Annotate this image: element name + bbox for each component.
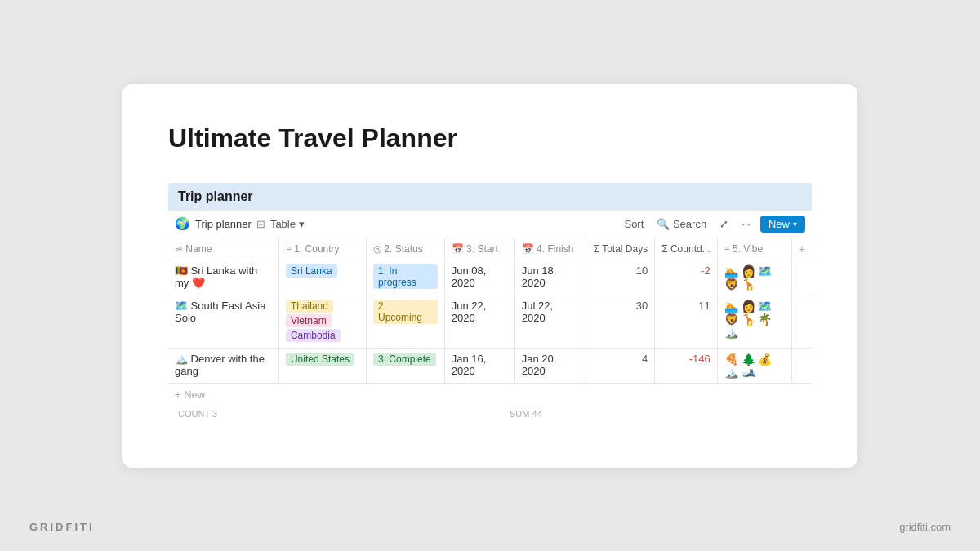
more-btn[interactable]: ···: [738, 216, 754, 232]
finish-col-icon: 📅: [522, 243, 537, 255]
country-tag-us[interactable]: United States: [286, 353, 354, 366]
count-label: COUNT: [178, 409, 210, 419]
sort-btn[interactable]: Sort: [621, 216, 647, 232]
row3-status: 3. Complete: [367, 348, 445, 383]
col-header-countdown: Σ Countd...: [655, 238, 717, 260]
start-col-icon: 📅: [452, 243, 466, 255]
add-row-btn[interactable]: + New: [168, 384, 812, 406]
status-tag[interactable]: 3. Complete: [373, 353, 436, 366]
row1-vibe: 🏊 👩 🗺️ 🦁 🦒: [717, 260, 791, 295]
row2-start: Jun 22, 2020: [444, 295, 514, 348]
new-btn-chevron: ▾: [793, 220, 797, 229]
db-header-title: Trip planner: [178, 189, 253, 203]
view-type-btn[interactable]: Table ▾: [270, 218, 305, 230]
row3-empty: [791, 348, 812, 383]
col-header-status: ◎ 2. Status: [367, 238, 445, 260]
db-toolbar: 🌍 Trip planner ⊞ Table ▾ Sort 🔍 Search ⤢…: [168, 211, 812, 238]
row1-country: Sri Lanka: [278, 260, 366, 295]
database-section: Trip planner 🌍 Trip planner ⊞ Table ▾ So…: [168, 183, 812, 422]
toolbar-right: Sort 🔍 Search ⤢ ··· New ▾: [621, 216, 805, 233]
row2-status: 2. Upcoming: [367, 295, 445, 348]
row3-countdown: -146: [655, 348, 717, 383]
expand-btn[interactable]: ⤢: [716, 216, 732, 232]
row3-days: 4: [586, 348, 655, 383]
table-header-row: ≋ Name ≡ 1. Country ◎ 2. Status 📅 3. Sta…: [168, 238, 812, 260]
row3-vibe: 🍕 🌲 💰 🏔️ 🎿: [717, 348, 791, 383]
col-header-finish: 📅 4. Finish: [514, 238, 586, 260]
db-name-label: Trip planner: [195, 218, 252, 230]
footer-sum: SUM 44: [428, 409, 805, 419]
sum-value: 44: [532, 409, 542, 419]
row1-empty: [791, 260, 812, 295]
page-title: Ultimate Travel Planner: [168, 123, 812, 153]
globe-icon: 🌍: [175, 216, 190, 231]
row1-status: 1. In progress: [367, 260, 445, 295]
vibe-emojis-row2: 🏊 👩 🗺️ 🦁 🦒 🌴 🏔️: [724, 300, 785, 339]
name-col-icon: ≋: [175, 243, 185, 255]
vibe-col-icon: ≡: [724, 243, 733, 255]
row2-country: Thailand Vietnam Cambodia: [278, 295, 366, 348]
row3-finish: Jan 20, 2020: [514, 348, 586, 383]
db-header: Trip planner: [168, 183, 812, 211]
country-tag-thailand[interactable]: Thailand: [286, 300, 333, 313]
row2-name[interactable]: 🗺️ South East Asia Solo: [168, 295, 278, 348]
brand-logo: GRIDFITI: [29, 521, 95, 533]
row2-days: 30: [586, 295, 655, 348]
vibe-emojis-row3: 🍕 🌲 💰 🏔️ 🎿: [724, 353, 785, 379]
row2-countdown: 11: [655, 295, 717, 348]
table-row: 🗺️ South East Asia Solo Thailand Vietnam…: [168, 295, 812, 348]
col-header-start: 📅 3. Start: [444, 238, 514, 260]
add-column-btn[interactable]: +: [791, 238, 812, 260]
row1-finish: Jun 18, 2020: [514, 260, 586, 295]
country-tag-vietnam[interactable]: Vietnam: [286, 314, 332, 327]
main-card: Ultimate Travel Planner Trip planner 🌍 T…: [122, 84, 858, 468]
row1-countdown: -2: [655, 260, 717, 295]
row1-start: Jun 08, 2020: [444, 260, 514, 295]
row3-name[interactable]: 🏔️ Denver with the gang: [168, 348, 278, 383]
col-header-days: Σ Total Days: [586, 238, 655, 260]
col-header-name: ≋ Name: [168, 238, 278, 260]
toolbar-left: 🌍 Trip planner ⊞ Table ▾: [175, 216, 305, 231]
table-row: 🇱🇰 Sri Lanka with my ❤️ Sri Lanka 1. In …: [168, 260, 812, 295]
footer-count: COUNT 3: [175, 409, 428, 419]
trip-table: ≋ Name ≡ 1. Country ◎ 2. Status 📅 3. Sta…: [168, 238, 812, 384]
row2-finish: Jul 22, 2020: [514, 295, 586, 348]
status-tag[interactable]: 2. Upcoming: [373, 300, 438, 324]
vibe-emojis-row1: 🏊 👩 🗺️ 🦁 🦒: [724, 264, 785, 291]
count-value: 3: [212, 409, 217, 419]
sum-label: SUM: [510, 409, 529, 419]
row1-name[interactable]: 🇱🇰 Sri Lanka with my ❤️: [168, 260, 278, 295]
status-tag[interactable]: 1. In progress: [373, 264, 438, 289]
country-col-icon: ≡: [286, 243, 294, 255]
status-col-icon: ◎: [373, 243, 384, 255]
table-icon: ⊞: [256, 218, 265, 230]
row1-days: 10: [586, 260, 655, 295]
country-tag-cambodia[interactable]: Cambodia: [286, 329, 341, 342]
search-btn[interactable]: 🔍 Search: [653, 216, 710, 232]
days-col-icon: Σ: [593, 243, 602, 255]
col-header-vibe: ≡ 5. Vibe: [717, 238, 791, 260]
table-row: 🏔️ Denver with the gang United States 3.…: [168, 348, 812, 383]
row3-start: Jan 16, 2020: [444, 348, 514, 383]
country-tag[interactable]: Sri Lanka: [286, 264, 337, 278]
col-header-country: ≡ 1. Country: [278, 238, 366, 260]
brand-url: gridfiti.com: [899, 521, 951, 533]
countdown-col-icon: Σ: [662, 243, 670, 255]
new-button[interactable]: New ▾: [760, 216, 805, 233]
row2-empty: [791, 295, 812, 348]
table-footer: COUNT 3 SUM 44: [168, 406, 812, 422]
row2-vibe: 🏊 👩 🗺️ 🦁 🦒 🌴 🏔️: [717, 295, 791, 348]
row3-country: United States: [278, 348, 366, 383]
